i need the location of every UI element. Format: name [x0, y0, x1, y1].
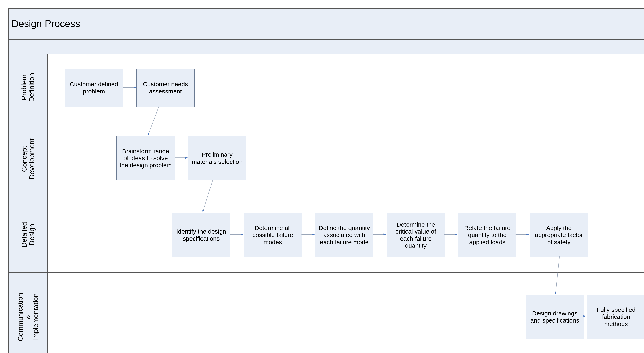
arrow-n4-n5	[202, 180, 213, 212]
arrow-n10-n11	[555, 256, 560, 294]
node-critical-value: Determine the critical value of each fai…	[387, 213, 445, 257]
lane-label-text: Concept Development	[20, 138, 36, 179]
swimlane-diagram: Design Process Problem Definition Concep…	[8, 8, 644, 353]
node-customer-needs-assessment: Customer needs assessment	[136, 69, 194, 107]
node-text: Fully specified fabrication methods	[590, 306, 642, 328]
hrule-lane-3-4	[8, 272, 644, 273]
node-text: Define the quantity associated with each…	[318, 225, 371, 246]
vrule-lane-col	[48, 54, 48, 353]
node-text: Customer defined problem	[68, 81, 120, 95]
node-text: Identify the design specifications	[175, 228, 228, 242]
node-relate-loads: Relate the failure quantity to the appli…	[458, 213, 516, 257]
lane-label-problem-definition: Problem Definition	[8, 54, 48, 121]
node-identify-specs: Identify the design specifications	[172, 213, 230, 257]
lane-label-concept-development: Concept Development	[8, 121, 48, 197]
lane-label-text: Detailed Design	[20, 222, 36, 247]
node-text: Design drawings and specifications	[528, 310, 581, 324]
node-factor-of-safety: Apply the appropriate factor of safety	[530, 213, 588, 257]
node-text: Determine the critical value of each fai…	[389, 221, 442, 249]
node-customer-defined-problem: Customer defined problem	[65, 69, 123, 107]
hrule-title-bottom	[8, 39, 644, 40]
lane-label-detailed-design: Detailed Design	[8, 197, 48, 272]
diagram-title: Design Process	[12, 18, 80, 29]
node-text: Apply the appropriate factor of safety	[532, 225, 585, 246]
spacer-band-bg	[8, 39, 644, 54]
node-determine-failure-modes: Determine all possible failure modes	[244, 213, 302, 257]
hrule-lane-2-3	[8, 197, 644, 197]
node-text: Preliminary materials selection	[191, 151, 244, 165]
node-text: Relate the failure quantity to the appli…	[461, 225, 514, 246]
node-preliminary-materials: Preliminary materials selection	[188, 136, 246, 180]
title-band-bg	[8, 9, 644, 39]
hrule-lane-1-2	[8, 121, 644, 122]
lane-label-text: Problem Definition	[20, 73, 36, 102]
hrule-spacer-bottom	[8, 54, 644, 54]
lane-label-communication-implementation: Communication & Implementation	[8, 272, 48, 353]
node-text: Determine all possible failure modes	[246, 225, 299, 246]
node-fabrication-methods: Fully specified fabrication methods	[587, 295, 644, 339]
node-text: Customer needs assessment	[139, 81, 192, 95]
node-brainstorm-ideas: Brainstorm range of ideas to solve the d…	[116, 136, 175, 180]
node-text: Brainstorm range of ideas to solve the d…	[119, 148, 172, 169]
node-define-quantity: Define the quantity associated with each…	[315, 213, 374, 257]
node-design-drawings: Design drawings and specifications	[526, 295, 584, 339]
lane-label-text: Communication & Implementation	[16, 293, 40, 341]
